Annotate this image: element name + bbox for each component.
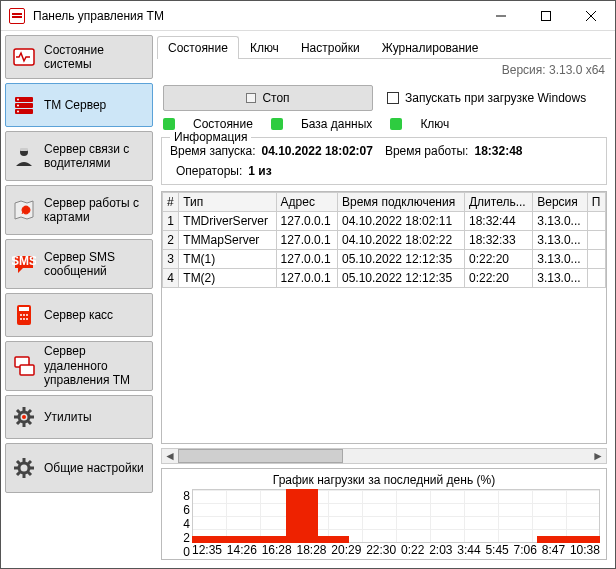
svg-point-15: [26, 314, 28, 316]
chart-bar: [286, 489, 317, 543]
svg-rect-20: [20, 365, 34, 375]
gear-icon: [12, 405, 36, 429]
load-chart: График нагрузки за последний день (%) 86…: [161, 468, 607, 560]
sidebar-item-label: Сервер работы с картами: [44, 196, 146, 225]
sidebar-item-tm-server[interactable]: ТМ Сервер: [5, 83, 153, 127]
sidebar-item-label: ТМ Сервер: [44, 98, 146, 112]
svg-point-5: [17, 99, 19, 101]
sidebar-item-driver-server[interactable]: Сервер связи с водителями: [5, 131, 153, 181]
tab-Журналирование[interactable]: Журналирование: [371, 36, 490, 59]
calculator-icon: [12, 303, 36, 327]
svg-rect-0: [541, 11, 550, 20]
svg-point-14: [23, 314, 25, 316]
chart-bar: [255, 536, 286, 543]
table-row[interactable]: 2TMMapServer127.0.0.104.10.2022 18:02:22…: [163, 231, 606, 250]
sidebar-item-map-server[interactable]: Сервер работы с картами: [5, 185, 153, 235]
sidebar-item-cash-server[interactable]: Сервер касс: [5, 293, 153, 337]
server-icon: [12, 93, 36, 117]
close-button[interactable]: [568, 1, 613, 30]
svg-rect-12: [19, 307, 29, 311]
column-header[interactable]: #: [163, 193, 179, 212]
stop-button[interactable]: Стоп: [163, 85, 373, 111]
sidebar-item-label: Сервер SMS сообщений: [44, 250, 146, 279]
svg-point-6: [17, 105, 19, 107]
autostart-checkbox[interactable]: Запускать при загрузке Windows: [387, 91, 586, 105]
state-led: [163, 118, 175, 130]
svg-rect-9: [20, 148, 28, 151]
column-header[interactable]: Длитель...: [464, 193, 532, 212]
column-header[interactable]: П: [587, 193, 605, 212]
sidebar-item-utilities[interactable]: Утилиты: [5, 395, 153, 439]
tab-Ключ[interactable]: Ключ: [239, 36, 290, 59]
chart-bar: [569, 536, 600, 543]
scroll-right-icon[interactable]: ►: [590, 449, 606, 463]
column-header[interactable]: Тип: [179, 193, 276, 212]
sidebar-item-label: Состояние системы: [44, 43, 146, 72]
svg-point-7: [17, 111, 19, 113]
db-led: [271, 118, 283, 130]
chart-bar: [537, 536, 568, 543]
stop-label: Стоп: [262, 91, 289, 105]
tabs: СостояниеКлючНастройкиЖурналирование: [157, 35, 611, 59]
svg-point-18: [26, 318, 28, 320]
table-row[interactable]: 1TMDriverServer127.0.0.104.10.2022 18:02…: [163, 212, 606, 231]
sidebar: Состояние системы ТМ Сервер Сервер связи…: [5, 35, 153, 564]
svg-text:SMS: SMS: [12, 254, 36, 268]
sidebar-item-label: Сервер связи с водителями: [44, 142, 146, 171]
map-pin-icon: [12, 198, 36, 222]
table-row[interactable]: 4TM(2)127.0.0.105.10.2022 12:12:350:22:2…: [163, 269, 606, 288]
heart-monitor-icon: [12, 45, 36, 69]
sidebar-item-system-state[interactable]: Состояние системы: [5, 35, 153, 79]
gear-icon: [12, 456, 36, 480]
sms-icon: SMS: [12, 252, 36, 276]
main-panel: СостояниеКлючНастройкиЖурналирование Вер…: [157, 35, 611, 564]
svg-point-13: [20, 314, 22, 316]
info-box: Информация Время запуска: 04.10.2022 18:…: [161, 137, 607, 185]
svg-point-22: [22, 415, 26, 419]
scroll-left-icon[interactable]: ◄: [162, 449, 178, 463]
titlebar: Панель управления TM: [1, 1, 615, 31]
column-header[interactable]: Адрес: [276, 193, 337, 212]
sidebar-item-remote-server[interactable]: Сервер удаленного управления TM: [5, 341, 153, 391]
minimize-button[interactable]: [478, 1, 523, 30]
key-led: [390, 118, 402, 130]
chart-bar: [223, 536, 254, 543]
tab-Настройки[interactable]: Настройки: [290, 36, 371, 59]
connections-table[interactable]: #ТипАдресВремя подключенияДлитель...Верс…: [161, 191, 607, 444]
window-title: Панель управления TM: [33, 9, 478, 23]
chart-bar: [192, 536, 223, 543]
horizontal-scrollbar[interactable]: ◄ ►: [161, 448, 607, 464]
sidebar-item-settings[interactable]: Общие настройки: [5, 443, 153, 493]
checkbox-icon: [387, 92, 399, 104]
sidebar-item-label: Сервер касс: [44, 308, 146, 322]
sidebar-item-sms-server[interactable]: SMS Сервер SMS сообщений: [5, 239, 153, 289]
table-row[interactable]: 3TM(1)127.0.0.105.10.2022 12:12:350:22:2…: [163, 250, 606, 269]
column-header[interactable]: Версия: [533, 193, 587, 212]
column-header[interactable]: Время подключения: [337, 193, 464, 212]
svg-point-17: [23, 318, 25, 320]
sidebar-item-label: Сервер удаленного управления TM: [44, 344, 146, 387]
driver-icon: [12, 144, 36, 168]
svg-point-23: [19, 463, 29, 473]
stop-icon: [246, 93, 256, 103]
svg-point-16: [20, 318, 22, 320]
sidebar-item-label: Общие настройки: [44, 461, 146, 475]
chart-bar: [318, 536, 349, 543]
app-icon: [9, 8, 25, 24]
sidebar-item-label: Утилиты: [44, 410, 146, 424]
remote-icon: [12, 354, 36, 378]
maximize-button[interactable]: [523, 1, 568, 30]
tab-Состояние[interactable]: Состояние: [157, 36, 239, 59]
version-label: Версия: 3.13.0 x64: [502, 63, 605, 77]
